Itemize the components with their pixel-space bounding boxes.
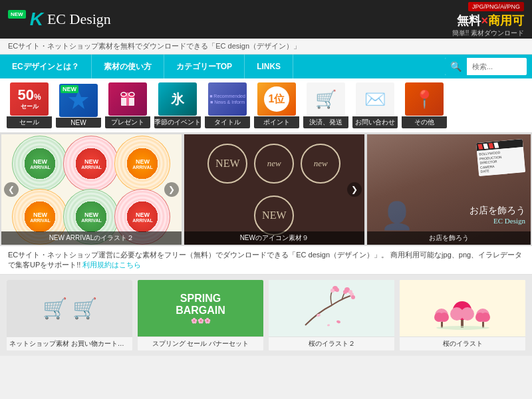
- category-mail[interactable]: ✉️ お問い合わせ: [352, 82, 398, 128]
- category-present[interactable]: プレゼント: [105, 82, 150, 128]
- thumb-card-cart[interactable]: 🛒 🛒 ネットショップ素材 お買い物カート …: [7, 280, 132, 350]
- category-season-label: 季節のイベント: [154, 116, 201, 128]
- slide-2: NEW new new NEW ❯ NEWのアイコン素材９: [183, 133, 366, 246]
- thumb-label-cart: ネットショップ素材 お買い物カート …: [7, 336, 132, 350]
- new-circle-2: new: [254, 144, 294, 184]
- navigation-menu: ECデザインとは？ 素材の使い方 カテゴリーTOP LINKS 🔍: [0, 55, 532, 78]
- new-circle-1: NEW: [207, 144, 247, 184]
- menu-item-about[interactable]: ECデザインとは？: [0, 55, 92, 78]
- svg-point-15: [327, 324, 329, 327]
- main-slideshow: NEW ARRIVAL NEW ARRIVAL NEW ARRIVAL: [0, 133, 532, 246]
- category-new[interactable]: NEW NEW: [56, 84, 101, 128]
- search-input[interactable]: [467, 61, 527, 72]
- thumb-card-sakura1[interactable]: 桜のイラスト２: [269, 280, 394, 350]
- category-title-label: タイトル: [205, 116, 250, 128]
- svg-point-28: [436, 326, 489, 330]
- thumb-label-spring: スプリング セール バナーセット: [138, 336, 263, 350]
- slide1-next[interactable]: ❯: [164, 182, 179, 197]
- thumb-img-spring: SPRING BARGAIN 🌸🌸🌸: [138, 280, 263, 336]
- description-area: ECサイト・ネットショップ運営に必要な素材をフリー（無料）でダウンロードできる「…: [0, 246, 532, 275]
- category-present-label: プレゼント: [105, 116, 150, 128]
- category-point-icon: 1位: [257, 82, 296, 116]
- thumb-img-sakura2: [400, 280, 525, 336]
- category-cart-label: 決済、発送: [303, 116, 348, 128]
- category-point[interactable]: 1位 ポイント: [254, 82, 299, 128]
- badge-new-red-1: NEW ARRIVAL: [67, 140, 115, 188]
- slide2-label: NEWのアイコン素材９: [184, 231, 364, 245]
- desc-text: ECサイト・ネットショップ運営に必要な素材をフリー（無料）でダウンロードできる「…: [8, 251, 388, 259]
- category-new-label: NEW: [56, 118, 101, 128]
- category-present-icon: [108, 82, 147, 116]
- category-title-icon: ■ Recommended ■ News & Inform: [208, 82, 247, 116]
- category-bar: 50% セール セール NEW NEW プレゼント: [0, 78, 532, 133]
- breadcrumb-text: ECサイト・ネットショップ素材を無料でダウンロードできる「EC design（デ…: [8, 42, 301, 50]
- category-season-icon: 氷: [158, 82, 197, 116]
- category-title[interactable]: ■ Recommended ■ News & Inform タイトル: [205, 82, 250, 128]
- new-circle-4: NEW: [254, 196, 294, 235]
- svg-point-6: [331, 289, 334, 293]
- badge-new-orange-1: NEW ARRIVAL: [118, 140, 166, 188]
- svg-point-23: [461, 307, 474, 321]
- thumb-label-sakura1: 桜のイラスト２: [269, 336, 394, 350]
- x-text: ×: [481, 14, 488, 27]
- slide3-text1: お店を飾ろう: [469, 205, 525, 217]
- category-cart-icon: 🛒: [307, 82, 345, 116]
- slide1-label: NEW ARRIVALのイラスト２: [1, 231, 182, 245]
- site-header: NEW K EC Design JPG/PNG/Ai/PNG 無料×商用可 簡単…: [0, 0, 532, 39]
- free-text: 無料: [457, 14, 481, 27]
- svg-point-7: [335, 288, 339, 292]
- svg-point-14: [336, 320, 340, 323]
- header-subtext: 簡単!! 素材ダウンロード: [452, 29, 524, 38]
- svg-point-19: [440, 313, 449, 322]
- category-new-icon: NEW: [59, 84, 98, 117]
- category-sale-label: セール: [7, 116, 52, 128]
- svg-point-13: [316, 313, 321, 317]
- category-other-label: その他: [402, 116, 447, 128]
- menu-item-links[interactable]: LINKS: [245, 55, 293, 78]
- category-cart[interactable]: 🛒 決済、発送: [303, 82, 348, 128]
- svg-point-27: [481, 313, 490, 322]
- thumb-card-spring[interactable]: SPRING BARGAIN 🌸🌸🌸 スプリング セール バナーセット: [138, 280, 263, 350]
- logo-area: NEW K EC Design: [8, 9, 111, 30]
- header-right: JPG/PNG/Ai/PNG 無料×商用可 簡単!! 素材ダウンロード: [452, 1, 524, 38]
- category-sale-icon: 50% セール: [10, 82, 49, 116]
- slide3-logo: EC Design: [469, 217, 525, 225]
- category-other-icon: 📍: [405, 82, 444, 116]
- menu-item-category[interactable]: カテゴリーTOP: [164, 55, 245, 78]
- com-text: 商用可: [488, 14, 524, 27]
- thumb-label-sakura2: 桜のイラスト: [400, 336, 525, 350]
- search-icon: 🔍: [445, 58, 467, 75]
- menu-item-usage[interactable]: 素材の使い方: [92, 55, 164, 78]
- slide1-prev[interactable]: ❮: [4, 182, 19, 197]
- slide-3: BOLLYWOOD PRODUCTION DIRECTOR CAMERA DAT…: [366, 133, 532, 246]
- terms-link[interactable]: 利用規約はこちら: [82, 261, 141, 269]
- thumb-img-sakura1: [269, 280, 394, 336]
- slide3-label: お店を飾ろう: [367, 231, 531, 245]
- category-mail-label: お問い合わせ: [352, 116, 398, 128]
- category-season[interactable]: 氷 季節のイベント: [154, 82, 201, 128]
- thumb-img-cart: 🛒 🛒: [7, 280, 132, 336]
- logo-k[interactable]: K: [30, 9, 43, 30]
- category-sale[interactable]: 50% セール セール: [7, 82, 52, 128]
- search-area[interactable]: 🔍: [445, 58, 527, 75]
- category-point-label: ポイント: [254, 116, 299, 128]
- thumb-card-sakura2[interactable]: 桜のイラスト: [400, 280, 525, 350]
- category-mail-icon: ✉️: [356, 82, 394, 116]
- svg-point-12: [351, 295, 355, 299]
- header-tagline: 無料×商用可: [452, 13, 524, 29]
- thumbnail-grid: 🛒 🛒 ネットショップ素材 お買い物カート … SPRING BARGAIN 🌸…: [0, 275, 532, 356]
- new-circle-3: new: [301, 144, 340, 184]
- slide2-next[interactable]: ❯: [347, 182, 362, 197]
- category-other[interactable]: 📍 その他: [402, 82, 447, 128]
- slide-1: NEW ARRIVAL NEW ARRIVAL NEW ARRIVAL: [0, 133, 183, 246]
- breadcrumb-bar: ECサイト・ネットショップ素材を無料でダウンロードできる「EC design（デ…: [0, 39, 532, 55]
- new-badge: NEW: [8, 10, 26, 19]
- logo-text: EC Design: [47, 11, 111, 28]
- svg-point-10: [343, 290, 347, 294]
- badge-new-green-1: NEW ARRIVAL: [16, 140, 64, 188]
- format-badge: JPG/PNG/Ai/PNG: [468, 2, 524, 11]
